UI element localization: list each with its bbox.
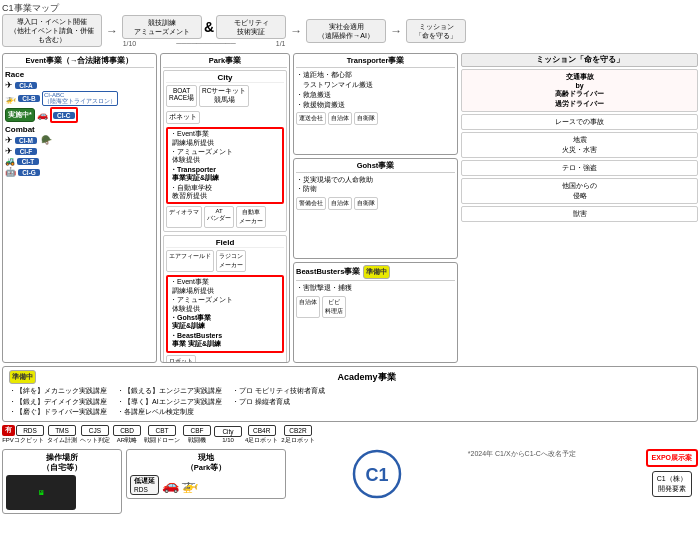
park-section: Park事業 City BOATRACE場 RCサーキット競馬場 ボネット Ev… bbox=[160, 53, 290, 363]
crime-box: テロ・強盗 bbox=[461, 160, 698, 176]
rds-label: RDS bbox=[134, 486, 155, 493]
city-small-boxes: BOATRACE場 RCサーキット競馬場 ボネット bbox=[166, 84, 284, 125]
city-product: City 1/10 bbox=[214, 426, 242, 443]
c1-logo-svg: C1 bbox=[352, 449, 402, 499]
jieitai-box-g: 自衛隊 bbox=[354, 197, 378, 210]
phase-2-3: 競技訓練アミューズメント & モビリティ技術実証 1/10 ──────────… bbox=[122, 15, 286, 47]
ci-b-badge: CI-B bbox=[18, 95, 40, 102]
beast-title-row: BeastBusters事業 準備中 bbox=[296, 265, 455, 281]
arrow-inline: ──────────── bbox=[176, 40, 236, 47]
gohst-title: Gohst事業 bbox=[296, 161, 455, 173]
cbd-badge: CBD bbox=[113, 425, 141, 436]
academy-right: ・プロ モビリティ技術者育成 ・プロ 操縦者育成 bbox=[232, 386, 325, 418]
field-small-boxes: エアフィールド ラジコンメーカー bbox=[166, 249, 284, 273]
acad-c-2: ・【導く】AIエンジニア実践講座 bbox=[117, 397, 222, 408]
auto-maker-box: 自動車メーカー bbox=[236, 206, 266, 228]
phase-2: 競技訓練アミューズメント bbox=[122, 15, 202, 39]
cb2r-product: CB2R 2足ロボット bbox=[281, 425, 314, 445]
arrow-3: → bbox=[390, 24, 402, 38]
acad-l-1: ・【絆を】メカニック実践講座 bbox=[9, 386, 107, 397]
expo-box: EXPO展示案 bbox=[646, 449, 698, 467]
acad-r-2: ・プロ 操縦者育成 bbox=[232, 397, 325, 408]
cb2r-sub: 2足ロボット bbox=[281, 436, 314, 445]
field-event-item: Event事業 調練場所提供 bbox=[170, 278, 280, 295]
city-vendor-boxes: ディオラマ ATバンダー 自動車メーカー bbox=[166, 205, 284, 229]
jet-icon-f: ✈ bbox=[5, 146, 13, 156]
beast-item-1: 害獣撃退・捕獲 bbox=[296, 283, 455, 293]
cbf-sub: 戦闘機 bbox=[188, 436, 206, 445]
ci-a-row: ✈ CI-A bbox=[5, 80, 154, 90]
robot-icon-g: 🤖 bbox=[5, 167, 16, 177]
race-label: Race bbox=[5, 70, 154, 79]
transporter-bullets: 遠距地・都心部 ラストワンマイル搬送 救急搬送 救援物資搬送 bbox=[296, 70, 455, 109]
acad-l-2: ・【鍛え】デイメイク実践講座 bbox=[9, 397, 107, 408]
tank-icon-t: 🚜 bbox=[5, 157, 15, 166]
acad-r-1: ・プロ モビリティ技術者育成 bbox=[232, 386, 325, 397]
plane-icon-m: ✈ bbox=[5, 135, 13, 145]
tr-item-2: 救急搬送 bbox=[296, 90, 455, 100]
car-icon-c: 🚗 bbox=[37, 110, 48, 120]
note-area: *2024年 C1/XからC1-Cへ改名予定 bbox=[468, 449, 642, 459]
ci-t-row: 🚜 CI-T bbox=[5, 157, 154, 166]
cb4r-sub: 4足ロボット bbox=[245, 436, 278, 445]
low-delay-label: 低遅延 bbox=[134, 477, 155, 486]
genchi-title: 現地（Park等） bbox=[130, 453, 282, 473]
rc-circuit-box: RCサーキット競馬場 bbox=[199, 85, 249, 107]
acad-c-1: ・【鍛える】エンジニア実践講座 bbox=[117, 386, 222, 397]
ci-f-badge: CI-F bbox=[15, 148, 37, 155]
phase-3: モビリティ技術実証 bbox=[216, 15, 286, 39]
ci-f-row: ✈ CI-F bbox=[5, 146, 154, 156]
beast-label: 獣害 bbox=[464, 209, 695, 219]
academy-title-row: 準備中 Academy事業 bbox=[9, 370, 691, 384]
academy-title: Academy事業 bbox=[42, 371, 691, 384]
cbt-sub: 戦闘ドローン bbox=[144, 436, 180, 445]
ci-a-badge: CI-A bbox=[15, 82, 37, 89]
cockpit-display: 🖥 bbox=[6, 475, 76, 510]
jichitai-box-t: 自治体 bbox=[328, 112, 352, 125]
combat-label: Combat bbox=[5, 125, 154, 134]
mission-header: ミッション「命を守る」 bbox=[461, 53, 698, 67]
phase-4: 実社会適用（遠隔操作→AI） bbox=[306, 19, 386, 43]
op-title: 操作場所（自宅等） bbox=[6, 453, 118, 473]
accident-label: 交通事故by高齢ドライバー過労ドライバー bbox=[464, 72, 695, 109]
genchi-section: 現地（Park等） 低遅延 RDS 🚗 🚁 bbox=[126, 449, 286, 499]
transporter-section: Transporter事業 遠距地・都心部 ラストワンマイル搬送 救急搬送 救援… bbox=[293, 53, 458, 154]
academy-section: 準備中 Academy事業 ・【絆を】メカニック実践講座 ・【鍛え】デイメイク実… bbox=[2, 366, 698, 422]
ci-m-row: ✈ CI-M 🪖 bbox=[5, 135, 154, 145]
academy-left: ・【絆を】メカニック実践講座 ・【鍛え】デイメイク実践講座 ・【磨ぐ】ドライバー… bbox=[9, 386, 107, 418]
junbi-badge-beast: 準備中 bbox=[363, 265, 390, 279]
bibi-box: ビビ料理店 bbox=[322, 296, 346, 318]
beast-partner-boxes: 自治体 ビビ料理店 bbox=[296, 295, 455, 319]
event-title: Event事業（→合法賭博事業） bbox=[5, 56, 154, 68]
heli-icon-b: 🚁 bbox=[5, 94, 16, 104]
field-beast-item: BeastBusters 事業 実証&訓練 bbox=[170, 332, 280, 349]
field-gohst-item: Gohst事業 実証&訓練 bbox=[170, 314, 280, 331]
diorama-box: ディオラマ bbox=[166, 206, 202, 228]
gohst-item-2: 防衛 bbox=[296, 184, 455, 194]
cbd-sub: AR戦略 bbox=[117, 436, 137, 445]
keibi-box: 警備会社 bbox=[296, 197, 326, 210]
city-amuse-item: アミューズメント 体験提供 bbox=[170, 148, 280, 165]
rds-badge: RDS bbox=[16, 425, 44, 436]
gohst-partner-boxes: 警備会社 自治体 自衛隊 bbox=[296, 196, 455, 211]
invasion-label: 他国からの侵略 bbox=[464, 181, 695, 201]
tms-product: TMS タイム計測 bbox=[47, 425, 77, 445]
vehicle-icons: 🚗 🚁 bbox=[162, 477, 198, 493]
disaster-label: 地震火災・水害 bbox=[464, 135, 695, 155]
rds-product: 有 RDS FPVコクピット bbox=[2, 425, 44, 445]
expo-col: EXPO展示案 C1（株） 開発要素 bbox=[646, 449, 698, 497]
acad-l-3: ・【磨ぐ】ドライバー実践講座 bbox=[9, 407, 107, 418]
field-amuse-item: アミューズメント 体験提供 bbox=[170, 296, 280, 313]
tms-badge: TMS bbox=[48, 425, 76, 436]
fraction-2: 1/1 bbox=[276, 40, 286, 47]
rds-red-badge: 有 bbox=[2, 425, 15, 436]
phase-5: ミッション「命を守る」 bbox=[406, 19, 466, 43]
race-accident-box: レースでの事故 bbox=[461, 114, 698, 130]
svg-text:C1: C1 bbox=[365, 465, 388, 485]
c1-corp-label: C1（株） 開発要素 bbox=[657, 474, 687, 494]
plane-icon-a: ✈ bbox=[5, 80, 13, 90]
beast-box: 獣害 bbox=[461, 206, 698, 222]
transporter-partner-boxes: 運送会社 自治体 自衛隊 bbox=[296, 111, 455, 126]
fighter-icon-m: 🪖 bbox=[41, 135, 52, 145]
cb2r-badge: CB2R bbox=[284, 425, 312, 436]
